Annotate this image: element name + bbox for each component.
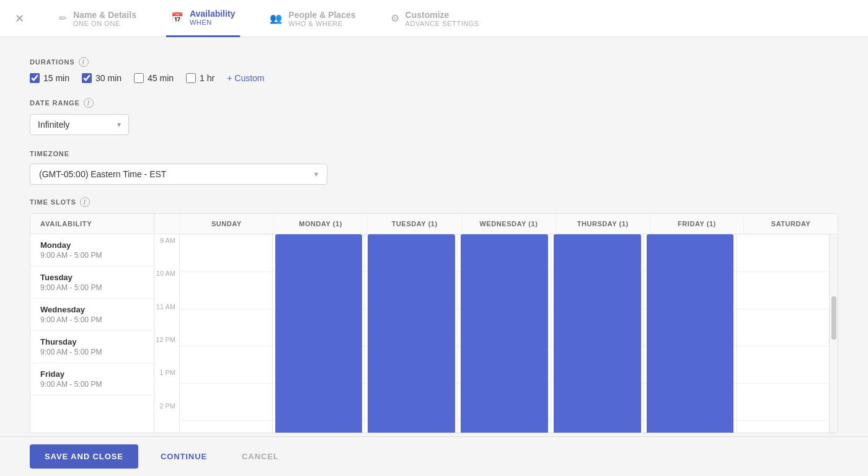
- cal-col-thursday[interactable]: 9:00 AM - 5:00 PM: [551, 234, 644, 433]
- hour-line: [180, 309, 272, 309]
- avail-thursday-time: 9:00 AM - 5:00 PM: [40, 348, 144, 356]
- settings-icon: ⚙: [391, 12, 399, 24]
- avail-thursday: Thursday 9:00 AM - 5:00 PM: [30, 331, 154, 363]
- availability-block-thursday[interactable]: 9:00 AM - 5:00 PM: [554, 234, 641, 433]
- time-label-12pm: 12 PM: [154, 333, 179, 366]
- avail-monday-day: Monday: [40, 240, 144, 250]
- cancel-button[interactable]: CANCEL: [229, 444, 291, 469]
- avail-wednesday-time: 9:00 AM - 5:00 PM: [40, 315, 144, 324]
- timeslots-section: TIME SLOTS i AVAILABILITY Monday 9:00 AM…: [30, 197, 838, 433]
- avail-thursday-day: Thursday: [40, 337, 144, 346]
- scroll-indicator: [829, 234, 838, 433]
- timezone-dropdown[interactable]: (GMT-05:00) Eastern Time - EST ▾: [30, 164, 327, 185]
- avail-friday-time: 9:00 AM - 5:00 PM: [40, 380, 144, 389]
- cal-col-sunday[interactable]: [179, 234, 272, 433]
- step-name-details[interactable]: ✏ Name & Details One on One: [54, 0, 141, 37]
- availability-block-friday[interactable]: 9:00 AM - 5:00 PM: [647, 234, 734, 433]
- hour-line: [737, 234, 829, 235]
- cal-header-wednesday: WEDNESDAY (1): [461, 214, 556, 234]
- hour-line: [180, 420, 272, 421]
- duration-30min[interactable]: 30 min: [82, 73, 122, 83]
- cal-col-wednesday[interactable]: 9:00 AM - 5:00 PM: [458, 234, 551, 433]
- step-customize[interactable]: ⚙ Customize Advance Settings: [386, 0, 484, 37]
- avail-tuesday-day: Tuesday: [40, 273, 144, 282]
- availability-list: AVAILABILITY Monday 9:00 AM - 5:00 PM Tu…: [30, 214, 154, 433]
- date-range-info-icon: i: [84, 98, 94, 108]
- step-availability-sub: When: [190, 19, 235, 26]
- duration-30min-checkbox[interactable]: [82, 73, 92, 83]
- hour-line: [180, 234, 272, 235]
- availability-block-wednesday[interactable]: 9:00 AM - 5:00 PM: [461, 234, 548, 433]
- main-content: DURATIONS i 15 min 30 min 45 min 1 hr + …: [0, 37, 868, 453]
- step-name-details-sub: One on One: [73, 20, 136, 27]
- hour-line: [180, 271, 272, 272]
- avail-wednesday: Wednesday 9:00 AM - 5:00 PM: [30, 299, 154, 331]
- timezone-chevron-icon: ▾: [314, 170, 318, 178]
- step-customize-sub: Advance Settings: [405, 20, 479, 27]
- time-label-11am: 11 AM: [154, 301, 179, 333]
- date-range-dropdown[interactable]: Infinitely ▾: [30, 114, 129, 135]
- cal-header-sunday: SUNDAY: [179, 214, 273, 234]
- hour-line: [180, 346, 272, 346]
- avail-friday-day: Friday: [40, 369, 144, 379]
- availability-block-monday[interactable]: 9:00 AM - 5:00 PM: [275, 234, 363, 433]
- duration-1hr[interactable]: 1 hr: [186, 73, 215, 83]
- calendar-grid: SUNDAY MONDAY (1) TUESDAY (1) WEDNESDAY …: [154, 214, 838, 433]
- durations-info-icon: i: [79, 57, 89, 67]
- top-nav: ✕ ✏ Name & Details One on One 📅 Availabi…: [0, 0, 868, 37]
- timezone-label: TIMEZONE: [30, 150, 838, 157]
- cal-col-monday[interactable]: 9:00 AM - 5:00 PM: [272, 234, 365, 433]
- cal-header-thursday: THURSDAY (1): [556, 214, 650, 234]
- custom-duration-link[interactable]: + Custom: [227, 73, 264, 83]
- step-availability-title: Availability: [190, 9, 235, 19]
- cal-header-saturday: SATURDAY: [743, 214, 838, 234]
- hour-line: [737, 346, 829, 346]
- avail-wednesday-day: Wednesday: [40, 305, 144, 314]
- date-range-chevron-icon: ▾: [117, 120, 121, 129]
- availability-list-header: AVAILABILITY: [30, 214, 154, 234]
- cal-col-friday[interactable]: 9:00 AM - 5:00 PM: [644, 234, 737, 433]
- availability-block-tuesday[interactable]: 9:00 AM - 5:00 PM: [368, 234, 455, 433]
- timeslots-info-icon: i: [80, 197, 90, 207]
- hour-line: [737, 309, 829, 309]
- timezone-section: TIMEZONE (GMT-05:00) Eastern Time - EST …: [30, 150, 838, 185]
- date-range-section: DATE RANGE i Infinitely ▾: [30, 98, 838, 135]
- avail-friday: Friday 9:00 AM - 5:00 PM: [30, 363, 154, 395]
- calendar-icon: 📅: [171, 12, 184, 24]
- step-people-places[interactable]: 👥 People & Places Who & Where: [265, 0, 360, 37]
- cal-col-saturday[interactable]: [736, 234, 829, 433]
- hour-line: [737, 420, 829, 421]
- save-and-close-button[interactable]: SAVE AND CLOSE: [30, 444, 138, 469]
- cal-col-tuesday[interactable]: 9:00 AM - 5:00 PM: [365, 234, 458, 433]
- avail-monday-time: 9:00 AM - 5:00 PM: [40, 251, 144, 260]
- timezone-value: (GMT-05:00) Eastern Time - EST: [39, 169, 166, 179]
- time-label-10am: 10 AM: [154, 267, 179, 300]
- duration-15min[interactable]: 15 min: [30, 73, 69, 83]
- continue-button[interactable]: CONTINUE: [148, 444, 219, 469]
- duration-45min[interactable]: 45 min: [134, 73, 174, 83]
- people-icon: 👥: [270, 12, 282, 24]
- step-people-title: People & Places: [288, 10, 355, 20]
- step-customize-title: Customize: [405, 10, 479, 20]
- cal-header-monday: MONDAY (1): [273, 214, 368, 234]
- bottom-bar: SAVE AND CLOSE CONTINUE CANCEL: [0, 436, 868, 476]
- durations-label: DURATIONS i: [30, 57, 838, 67]
- hour-line: [737, 383, 829, 384]
- calendar-header: SUNDAY MONDAY (1) TUESDAY (1) WEDNESDAY …: [154, 214, 838, 234]
- time-label-2pm: 2 PM: [154, 400, 179, 433]
- time-labels-column: 9 AM 10 AM 11 AM 12 PM 1 PM 2 PM: [154, 234, 179, 433]
- duration-15min-checkbox[interactable]: [30, 73, 40, 83]
- date-range-value: Infinitely: [38, 120, 69, 130]
- duration-1hr-checkbox[interactable]: [186, 73, 196, 83]
- close-button[interactable]: ✕: [15, 12, 24, 25]
- calendar-body[interactable]: 9 AM 10 AM 11 AM 12 PM 1 PM 2 PM: [154, 234, 838, 433]
- step-people-sub: Who & Where: [288, 20, 355, 27]
- hour-line: [737, 271, 829, 272]
- hour-line: [180, 383, 272, 384]
- avail-tuesday-time: 9:00 AM - 5:00 PM: [40, 283, 144, 292]
- cal-header-empty: [154, 214, 179, 234]
- date-range-label: DATE RANGE i: [30, 98, 838, 108]
- avail-tuesday: Tuesday 9:00 AM - 5:00 PM: [30, 267, 154, 299]
- duration-45min-checkbox[interactable]: [134, 73, 144, 83]
- step-availability[interactable]: 📅 Availability When: [166, 0, 240, 37]
